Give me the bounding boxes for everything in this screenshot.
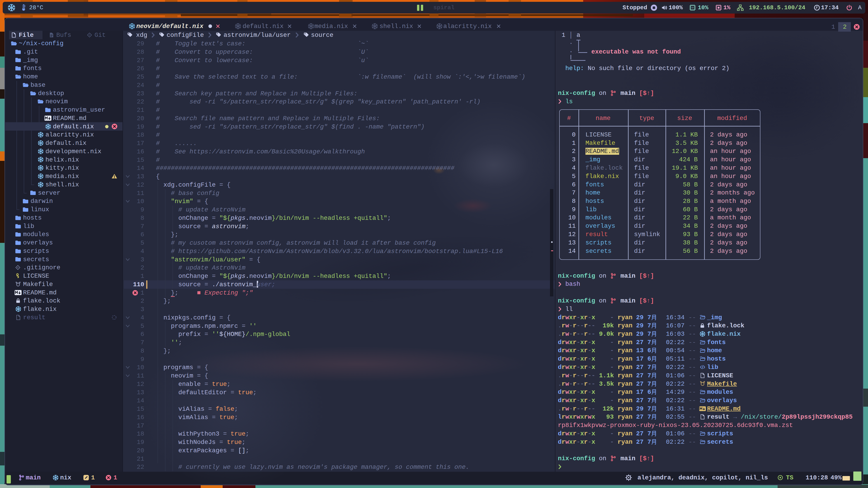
svg-text:64: 64 [691,6,694,9]
